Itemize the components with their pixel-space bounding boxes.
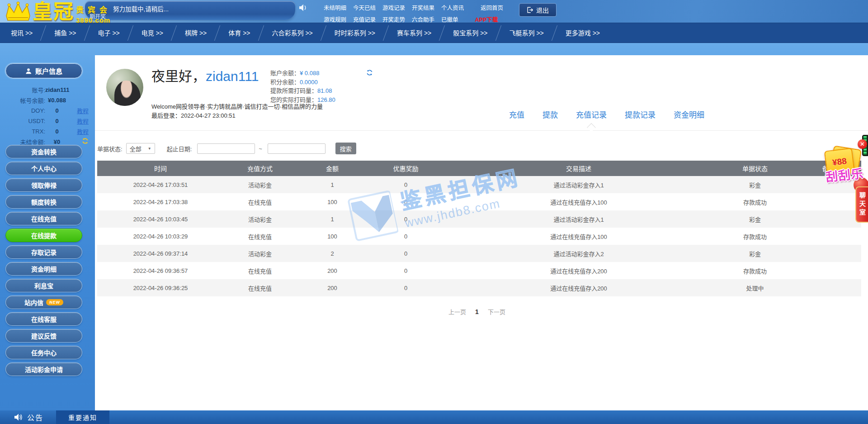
close-icon[interactable]: ✕ bbox=[858, 139, 867, 149]
sidebar-item-利息宝[interactable]: 利息宝 bbox=[5, 279, 82, 292]
table-row: 2022-04-26 17:03:38在线充值1000通过在线充值存入100存款… bbox=[97, 193, 861, 210]
date-to-input[interactable] bbox=[268, 143, 326, 154]
sidebar-item-活动彩金申请[interactable]: 活动彩金申请 bbox=[5, 362, 82, 376]
sidebar-item-label: 存取记录 bbox=[31, 248, 57, 257]
nav-item[interactable]: 时时彩系列 >> bbox=[324, 23, 386, 43]
sidebar-item-站内信[interactable]: 站内信NEW bbox=[5, 295, 82, 309]
next-page-button[interactable]: 下一页 bbox=[488, 307, 505, 316]
sidebar-item-建议反馈[interactable]: 建议反馈 bbox=[5, 329, 82, 343]
current-page[interactable]: 1 bbox=[475, 308, 479, 315]
nav-item[interactable]: 电竞 >> bbox=[131, 23, 174, 43]
tab-提款记录[interactable]: 提款记录 bbox=[625, 109, 656, 120]
sidebar-item-label: 资金明细 bbox=[31, 264, 57, 273]
nav-item[interactable]: 棋牌 >> bbox=[174, 23, 217, 43]
pagination: 上一页 1 下一页 bbox=[95, 307, 859, 316]
balance-value: 0.0000 bbox=[300, 79, 318, 86]
table-cell: 0 bbox=[368, 228, 443, 245]
sidebar-item-label: 资金转换 bbox=[31, 147, 57, 156]
sidebar-item-在线提款[interactable]: 在线提款 bbox=[5, 229, 82, 242]
column-header: 时间 bbox=[97, 161, 224, 176]
header-link[interactable]: 今天已结 bbox=[353, 3, 376, 12]
nav-item[interactable]: 六合彩系列 >> bbox=[261, 23, 324, 43]
table-cell: 通过在线充值存入100 bbox=[443, 193, 714, 210]
sidebar-item-在线客服[interactable]: 在线客服 bbox=[5, 312, 82, 326]
sidebar-item-资金转换[interactable]: 资金转换 bbox=[5, 145, 82, 158]
table-cell: 0 bbox=[368, 245, 443, 262]
sidebar-menu: 资金转换个人中心领取俸禄额度转换在线充值在线提款存取记录资金明细利息宝站内信NE… bbox=[5, 145, 82, 379]
status-select[interactable]: 全部 ▼ bbox=[126, 143, 155, 154]
table-cell: 2022-04-26 10:03:45 bbox=[97, 210, 224, 228]
sidebar-item-领取俸禄[interactable]: 领取俸禄 bbox=[5, 178, 82, 192]
account-info-label: 账户信息 bbox=[35, 66, 62, 76]
range-separator: ~ bbox=[259, 145, 262, 152]
main-content: 夜里好，zidan111 账户余额：¥ 0.088积分余额：0.0000提款所需… bbox=[95, 55, 868, 410]
sidebar-item-label: 任务中心 bbox=[31, 348, 57, 357]
refresh-balance-icon[interactable] bbox=[366, 69, 373, 76]
nav-item[interactable]: 骰宝系列 >> bbox=[442, 23, 498, 43]
chat-room-tab[interactable]: 聊天室 bbox=[855, 186, 868, 223]
sidebar-item-在线充值[interactable]: 在线充值 bbox=[5, 212, 82, 225]
prev-page-button[interactable]: 上一页 bbox=[448, 307, 466, 316]
info-value: ¥0 bbox=[45, 138, 69, 145]
sidebar-item-资金明细[interactable]: 资金明细 bbox=[5, 262, 82, 276]
sidebar-item-个人中心[interactable]: 个人中心 bbox=[5, 162, 82, 175]
status-select-value: 全部 bbox=[130, 144, 142, 153]
logout-button[interactable]: 退出 bbox=[519, 3, 557, 17]
tab-充值[interactable]: 充值 bbox=[509, 109, 524, 120]
sidebar-item-label: 站内信 bbox=[24, 298, 43, 307]
tab-充值记录[interactable]: 充值记录 bbox=[576, 109, 607, 120]
balance-label: 账户余额： bbox=[270, 70, 300, 76]
tutorial-link[interactable]: 教程 bbox=[69, 106, 89, 115]
tutorial-link[interactable]: 教程 bbox=[69, 117, 89, 125]
nav-item[interactable]: 飞艇系列 >> bbox=[499, 23, 555, 43]
balance-value: 81.08 bbox=[317, 87, 332, 94]
account-info-button[interactable]: 账户信息 bbox=[5, 63, 82, 78]
header-link[interactable]: 未结明细 bbox=[324, 3, 346, 12]
nav-item[interactable]: 体育 >> bbox=[217, 23, 261, 43]
table-cell: 通过活动彩金存入1 bbox=[443, 176, 714, 193]
speaker-icon[interactable] bbox=[298, 4, 307, 12]
table-cell: 活动彩金 bbox=[224, 176, 296, 193]
nav-item[interactable]: 更多游戏 >> bbox=[555, 23, 611, 43]
table-cell: 通过活动彩金存入2 bbox=[443, 245, 714, 262]
scratch-card-widget[interactable]: ✕ ¥88 刮刮乐 bbox=[822, 136, 867, 195]
table-row: 2022-04-26 17:03:51活动彩金10通过活动彩金存入1彩金 bbox=[97, 176, 861, 193]
table-cell: 通过在线充值存入100 bbox=[443, 228, 714, 245]
avatar bbox=[106, 69, 143, 106]
header-link[interactable]: 返回首页 bbox=[481, 3, 503, 12]
date-from-input[interactable] bbox=[197, 143, 255, 154]
exit-icon bbox=[527, 7, 533, 13]
tab-提款[interactable]: 提款 bbox=[542, 109, 558, 120]
header-link[interactable]: 个人资讯 bbox=[441, 3, 464, 12]
column-header: 交易描述 bbox=[443, 161, 714, 176]
table-cell: 在线充值 bbox=[224, 279, 296, 296]
balance-label: 积分余额： bbox=[270, 79, 300, 86]
account-info-row: USDT:0教程 bbox=[0, 116, 95, 126]
top-header: 皇冠 贵宾会 3890.com 期开奖 努力加载中,请稍后... 未结明细今天已… bbox=[0, 0, 868, 23]
table-row: 2022-04-26 10:03:29在线充值1000通过在线充值存入100存款… bbox=[97, 228, 861, 245]
table-cell: 处理中 bbox=[714, 279, 796, 296]
balance-value: ¥ 0.088 bbox=[300, 70, 319, 76]
main-nav: 视讯 >>捕鱼 >>电子 >>电竞 >>棋牌 >>体育 >>六合彩系列 >>时时… bbox=[0, 23, 868, 43]
table-cell: 通过在线充值存入200 bbox=[443, 262, 714, 279]
tab-资金明细[interactable]: 资金明细 bbox=[674, 109, 704, 120]
sidebar-item-任务中心[interactable]: 任务中心 bbox=[5, 346, 82, 359]
table-row: 2022-04-26 09:36:57在线充值2000通过在线充值存入200存款… bbox=[97, 262, 861, 279]
nav-item[interactable]: 赛车系列 >> bbox=[386, 23, 442, 43]
sidebar-item-label: 额度转换 bbox=[31, 197, 57, 206]
important-notice[interactable]: 重要通知 bbox=[56, 410, 109, 424]
brand-domain: 3890.com bbox=[76, 16, 111, 24]
account-info-panel: 账号:zidan111帐号余额:¥0.088DOY:0教程USDT:0教程TRX… bbox=[0, 85, 95, 147]
header-link[interactable]: 游戏记录 bbox=[382, 3, 405, 12]
header-link[interactable]: 开奖结果 bbox=[412, 3, 434, 12]
table-cell: 在线充值 bbox=[224, 193, 296, 210]
search-button[interactable]: 搜索 bbox=[335, 143, 356, 154]
sidebar-item-额度转换[interactable]: 额度转换 bbox=[5, 195, 82, 209]
info-value: ¥0.088 bbox=[45, 97, 69, 104]
table-cell: 1 bbox=[296, 210, 368, 228]
marquee-text: 努力加载中,请稍后... bbox=[113, 4, 169, 13]
tutorial-link[interactable]: 教程 bbox=[69, 127, 89, 136]
sidebar-item-label: 活动彩金申请 bbox=[25, 365, 63, 374]
sidebar-item-label: 在线提款 bbox=[31, 231, 57, 240]
sidebar-item-存取记录[interactable]: 存取记录 bbox=[5, 245, 82, 259]
